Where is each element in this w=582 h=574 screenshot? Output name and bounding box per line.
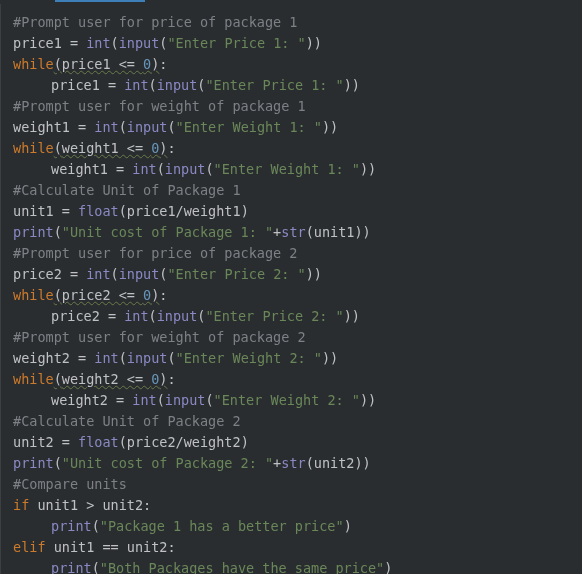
variable: weight1 <box>184 203 241 219</box>
builtin: input <box>165 392 206 408</box>
paren: ( <box>157 392 165 408</box>
colon: : <box>159 56 167 72</box>
keyword: while <box>13 56 54 72</box>
code-line: #Prompt user for weight of package 1 <box>13 96 582 117</box>
paren: )) <box>354 224 370 240</box>
paren: ( <box>157 161 165 177</box>
operator: = <box>100 308 124 324</box>
code-line: weight2 = int(input("Enter Weight 2: ")) <box>13 348 582 369</box>
code-line: while(price1 <= 0): <box>13 54 582 75</box>
string: "Both Packages have the same price" <box>100 560 384 574</box>
builtin: float <box>78 434 119 450</box>
variable: unit1 <box>13 203 54 219</box>
paren: ( <box>205 392 213 408</box>
paren: )) <box>322 119 338 135</box>
builtin: str <box>281 455 305 471</box>
operator: / <box>176 203 184 219</box>
keyword: while <box>13 371 54 387</box>
code-line: unit1 = float(price1/weight1) <box>13 201 582 222</box>
operator: = <box>108 392 132 408</box>
string: "Package 1 has a better price" <box>100 518 344 534</box>
paren: ( <box>92 518 100 534</box>
code-line: while(price2 <= 0): <box>13 285 582 306</box>
builtin: input <box>119 35 160 51</box>
keyword: elif <box>13 539 46 555</box>
code-editor[interactable]: #Prompt user for price of package 1 pric… <box>0 4 582 574</box>
variable: unit2 <box>314 455 355 471</box>
variable: price1 <box>13 35 62 51</box>
builtin: int <box>124 308 148 324</box>
paren: ( <box>92 560 100 574</box>
operator: / <box>176 434 184 450</box>
variable: unit2 <box>13 434 54 450</box>
builtin: int <box>132 161 156 177</box>
paren: )) <box>322 350 338 366</box>
code-line: price2 = int(input("Enter Price 2: ")) <box>13 306 582 327</box>
code-line: print("Unit cost of Package 1: "+str(uni… <box>13 222 582 243</box>
colon: : <box>167 140 175 156</box>
paren: )) <box>344 308 360 324</box>
string: "Enter Weight 2: " <box>214 392 360 408</box>
code-line: weight2 = int(input("Enter Weight 2: ")) <box>13 390 582 411</box>
expression: weight1 <= <box>62 140 151 156</box>
variable: weight2 <box>51 392 108 408</box>
code-line: if unit1 > unit2: <box>13 495 582 516</box>
expression: price2 <= <box>62 287 143 303</box>
operator: = <box>100 77 124 93</box>
builtin: int <box>124 77 148 93</box>
builtin: print <box>13 455 54 471</box>
colon: : <box>159 287 167 303</box>
operator: = <box>54 434 78 450</box>
variable: weight2 <box>13 350 70 366</box>
paren: ( <box>54 455 62 471</box>
paren: ( <box>149 77 157 93</box>
builtin: str <box>281 224 305 240</box>
paren: )) <box>344 77 360 93</box>
operator: = <box>70 119 94 135</box>
variable: weight1 <box>51 161 108 177</box>
operator: = <box>62 266 86 282</box>
builtin: print <box>51 560 92 574</box>
paren: ( <box>54 287 62 303</box>
paren: ( <box>167 119 175 135</box>
expression: price1 <= <box>62 56 143 72</box>
code-line: elif unit1 == unit2: <box>13 537 582 558</box>
builtin: input <box>127 119 168 135</box>
comment: #Prompt user for weight of package 1 <box>13 98 306 114</box>
operator: = <box>54 203 78 219</box>
code-line: print("Unit cost of Package 2: "+str(uni… <box>13 453 582 474</box>
code-line: weight1 = int(input("Enter Weight 1: ")) <box>13 159 582 180</box>
paren: ( <box>111 35 119 51</box>
code-line: while(weight2 <= 0): <box>13 369 582 390</box>
paren: )) <box>354 455 370 471</box>
comment: #Calculate Unit of Package 1 <box>13 182 241 198</box>
builtin: int <box>94 119 118 135</box>
code-line: weight1 = int(input("Enter Weight 1: ")) <box>13 117 582 138</box>
paren: ) <box>241 434 249 450</box>
code-line: #Compare units <box>13 474 582 495</box>
expression: weight2 <= <box>62 371 151 387</box>
paren: ( <box>54 224 62 240</box>
paren: ( <box>54 371 62 387</box>
number: 0 <box>143 287 151 303</box>
operator: = <box>70 350 94 366</box>
comment: #Prompt user for price of package 2 <box>13 245 297 261</box>
keyword: if <box>13 497 29 513</box>
paren: )) <box>306 266 322 282</box>
code-line: print("Package 1 has a better price") <box>13 516 582 537</box>
string: "Unit cost of Package 1: " <box>62 224 273 240</box>
code-line: #Calculate Unit of Package 2 <box>13 411 582 432</box>
operator: = <box>108 161 132 177</box>
builtin: int <box>86 35 110 51</box>
number: 0 <box>143 56 151 72</box>
paren: ( <box>167 350 175 366</box>
variable: weight2 <box>184 434 241 450</box>
variable: price2 <box>51 308 100 324</box>
variable: price2 <box>13 266 62 282</box>
tab-strip <box>0 0 582 4</box>
comment: #Prompt user for weight of package 2 <box>13 329 306 345</box>
paren: ( <box>306 224 314 240</box>
paren: ( <box>111 266 119 282</box>
comment: #Compare units <box>13 476 127 492</box>
code-line: unit2 = float(price2/weight2) <box>13 432 582 453</box>
